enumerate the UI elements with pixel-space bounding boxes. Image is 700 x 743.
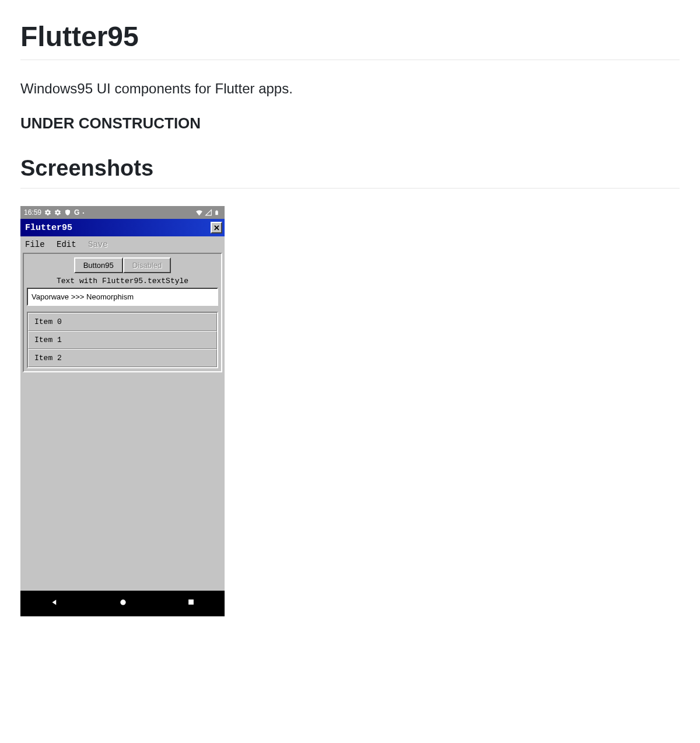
under-construction: UNDER CONSTRUCTION [20,114,680,132]
list-view: Item 0 Item 1 Item 2 [27,312,218,368]
textstyle-label: Text with Flutter95.textStyle [27,277,218,285]
menubar: File Edit Save [20,236,225,253]
button95[interactable]: Button95 [74,257,123,273]
dot-icon: • [82,210,84,215]
window-title: Flutter95 [25,223,72,233]
menu-edit[interactable]: Edit [57,240,76,249]
nav-back-icon[interactable] [50,597,60,611]
list-item[interactable]: Item 2 [28,349,217,367]
signal-icon [205,209,212,216]
android-navbar [20,591,225,616]
button95-disabled: Disabled [123,257,172,273]
svg-point-2 [121,599,126,605]
gear-icon [54,209,61,216]
screenshot-phone: 16:59 G • Flut [20,206,225,616]
text-field[interactable]: Vaporwave >>> Neomorphism [27,288,218,306]
nav-recent-icon[interactable] [187,598,195,609]
tagline: Windows95 UI components for Flutter apps… [20,81,680,97]
google-g-icon: G [74,208,79,217]
nav-home-icon[interactable] [118,598,128,610]
menu-file[interactable]: File [25,240,45,249]
screenshots-heading: Screenshots [20,156,680,189]
list-item[interactable]: Item 1 [28,331,217,349]
wifi-icon [195,209,202,216]
shield-icon [64,209,71,216]
list-item[interactable]: Item 0 [28,313,217,331]
battery-icon [214,209,221,216]
close-icon: ✕ [214,224,220,232]
svg-rect-1 [216,210,217,211]
svg-rect-0 [215,211,218,215]
menu-save: Save [88,240,108,249]
gear-icon [44,209,51,216]
svg-rect-3 [188,599,194,605]
flutter95-window: Flutter95 ✕ File Edit Save Button95 Disa… [20,219,225,591]
close-button[interactable]: ✕ [211,222,222,233]
content-panel: Button95 Disabled Text with Flutter95.te… [23,253,222,372]
android-statusbar: 16:59 G • [20,206,225,219]
page-title: Flutter95 [20,20,680,60]
status-time: 16:59 [24,208,41,217]
window-titlebar: Flutter95 ✕ [20,219,225,236]
